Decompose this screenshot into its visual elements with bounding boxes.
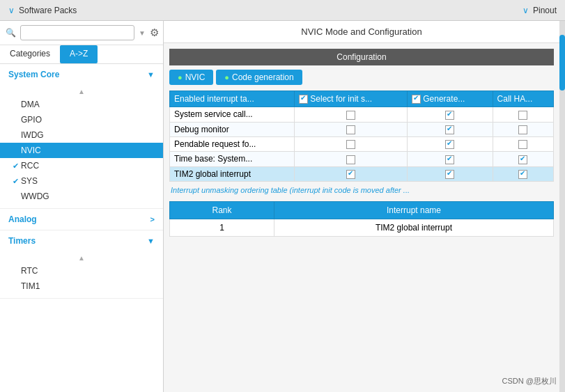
system-core-items: ▲ DMA GPIO IWDG NVIC RCC SYS WWDG — [0, 85, 163, 208]
sidebar-item-sys[interactable]: SYS — [0, 173, 163, 189]
row-name: TIM2 global interrupt — [170, 166, 295, 181]
checkbox-generate-3[interactable] — [445, 155, 454, 164]
checkbox-generate-4[interactable] — [445, 170, 454, 179]
table-row: Debug monitor — [170, 122, 554, 136]
config-panel: Configuration ● NVIC ● Code generation — [164, 43, 559, 392]
tab-nvic[interactable]: ● NVIC — [169, 70, 213, 85]
rank-table-row: 1 TIM2 global interrupt — [170, 219, 554, 236]
interrupt-table: Enabled interrupt ta... Select for init … — [169, 91, 554, 182]
rank-table: Rank Interrupt name 1 TIM2 global interr… — [169, 201, 554, 237]
analog-arrow: > — [150, 215, 155, 224]
checkbox-select-2[interactable] — [346, 140, 355, 149]
content-title: NVIC Mode and Configuration — [164, 21, 559, 43]
nvic-tab-label: NVIC — [185, 72, 206, 82]
interrupt-table-wrapper: Enabled interrupt ta... Select for init … — [169, 91, 554, 182]
col-select-cb[interactable] — [299, 94, 308, 104]
generate-all-checkbox[interactable] — [412, 95, 421, 104]
system-core-header[interactable]: System Core ▼ — [0, 64, 163, 85]
search-icon: 🔍 — [6, 28, 16, 38]
analog-header[interactable]: Analog > — [0, 209, 163, 230]
row-generate — [407, 152, 493, 166]
tab-categories[interactable]: Categories — [0, 45, 60, 63]
sidebar-item-rcc[interactable]: RCC — [0, 158, 163, 173]
checkbox-generate-2[interactable] — [445, 140, 454, 149]
right-scrollbar[interactable] — [559, 21, 565, 392]
codegen-check-icon: ● — [224, 73, 229, 81]
config-tabs: ● NVIC ● Code generation — [169, 70, 554, 85]
timers-label: Timers — [8, 236, 36, 246]
row-callha — [493, 122, 553, 136]
row-name: Debug monitor — [170, 122, 295, 136]
top-bar: ∨ Software Packs ∨ Pinout — [0, 0, 565, 21]
sidebar-item-wwdg[interactable]: WWDG — [0, 189, 163, 204]
timers-items: ▲ RTC TIM1 — [0, 251, 163, 298]
row-generate — [407, 122, 493, 136]
sidebar-item-gpio[interactable]: GPIO — [0, 112, 163, 127]
row-callha — [493, 152, 553, 166]
system-core-label: System Core — [8, 70, 59, 79]
gear-button[interactable]: ⚙ — [150, 26, 159, 39]
row-select — [294, 152, 407, 166]
rank-col-header: Rank — [170, 201, 274, 219]
tab-code-generation[interactable]: ● Code generation — [216, 70, 302, 85]
checkbox-select-1[interactable] — [346, 125, 355, 134]
row-select — [294, 122, 407, 136]
sidebar-item-tim1[interactable]: TIM1 — [0, 279, 163, 294]
col-generate-label: Generate... — [423, 94, 465, 104]
timers-arrow: ▼ — [147, 237, 155, 245]
timers-header[interactable]: Timers ▼ — [0, 230, 163, 251]
row-generate — [407, 136, 493, 151]
software-packs-section: ∨ Software Packs — [8, 6, 77, 15]
row-select — [294, 136, 407, 151]
table-row: Pendable request fo... — [170, 136, 554, 151]
system-core-arrow: ▼ — [147, 70, 155, 79]
sidebar-item-iwdg[interactable]: IWDG — [0, 127, 163, 143]
interrupt-name-value: TIM2 global interrupt — [274, 219, 553, 236]
content-area: NVIC Mode and Configuration Configuratio… — [164, 21, 559, 392]
checkbox-select-0[interactable] — [346, 111, 355, 120]
timers-sort-arrow: ▲ — [0, 253, 163, 263]
checkbox-select-4[interactable] — [346, 170, 355, 179]
row-select — [294, 166, 407, 181]
table-row: System service call... — [170, 107, 554, 122]
checkbox-callha-1[interactable] — [518, 125, 527, 134]
checkbox-generate-1[interactable] — [445, 125, 454, 134]
software-packs-label: Software Packs — [19, 6, 77, 15]
checkbox-callha-4[interactable] — [518, 170, 527, 179]
scrollbar-thumb[interactable] — [559, 35, 565, 91]
sidebar-item-nvic[interactable]: NVIC — [0, 143, 163, 158]
select-all-checkbox[interactable] — [299, 95, 308, 104]
search-dropdown-icon: ▼ — [139, 29, 146, 37]
interrupt-name-col-header: Interrupt name — [274, 201, 553, 219]
codegen-tab-label: Code generation — [232, 72, 294, 82]
col-header-name: Enabled interrupt ta... — [170, 91, 295, 107]
row-generate — [407, 166, 493, 181]
config-header: Configuration — [169, 49, 554, 65]
sidebar-item-rtc[interactable]: RTC — [0, 263, 163, 279]
checkbox-callha-0[interactable] — [518, 111, 527, 120]
col-header-select: Select for init s... — [294, 91, 407, 107]
sidebar-tab-bar: Categories A->Z — [0, 45, 163, 64]
sidebar-item-dma[interactable]: DMA — [0, 97, 163, 112]
sidebar-search-bar: 🔍 ▼ ⚙ — [0, 21, 163, 45]
col-header-generate: Generate... — [407, 91, 493, 107]
section-analog: Analog > — [0, 209, 163, 230]
checkbox-callha-2[interactable] — [518, 140, 527, 149]
sidebar-content: System Core ▼ ▲ DMA GPIO IWDG NVIC RCC S… — [0, 64, 163, 392]
checkbox-callha-3[interactable] — [518, 155, 527, 164]
section-system-core: System Core ▼ ▲ DMA GPIO IWDG NVIC RCC S… — [0, 64, 163, 209]
pinout-section: ∨ Pinout — [523, 6, 557, 15]
tab-atoz[interactable]: A->Z — [60, 45, 98, 63]
checkbox-generate-0[interactable] — [445, 111, 454, 120]
watermark: CSDN @思枚川 — [502, 376, 557, 386]
table-row: Time base: System... — [170, 152, 554, 166]
search-input[interactable] — [20, 25, 134, 40]
checkbox-select-3[interactable] — [346, 155, 355, 164]
table-row-highlighted: TIM2 global interrupt — [170, 166, 554, 181]
rank-table-wrapper: Rank Interrupt name 1 TIM2 global interr… — [169, 201, 554, 237]
analog-label: Analog — [8, 214, 37, 224]
sidebar: 🔍 ▼ ⚙ Categories A->Z System Core ▼ — [0, 21, 164, 392]
row-callha — [493, 107, 553, 122]
pinout-chevron: ∨ — [523, 6, 529, 15]
nvic-check-icon: ● — [178, 73, 183, 81]
